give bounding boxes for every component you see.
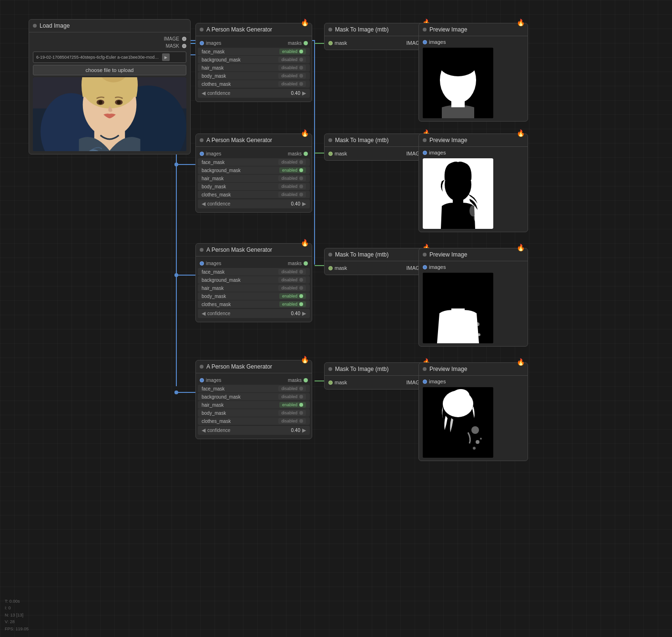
filename-row: 6-19-02-17085047255-40steps-6cfg-Euler a… bbox=[33, 51, 186, 63]
svg-point-22 bbox=[174, 390, 178, 394]
filename-text: 6-19-02-17085047255-40steps-6cfg-Euler a… bbox=[36, 55, 160, 60]
fire-icon-1: 🔥 bbox=[301, 19, 309, 26]
svg-point-53 bbox=[471, 426, 479, 434]
node-dot bbox=[328, 367, 332, 371]
hair-mask-toggle-3[interactable]: disabled bbox=[278, 285, 306, 291]
preview-3-header: Preview Image bbox=[419, 248, 528, 261]
preview-node-3: 🔥 Preview Image images bbox=[418, 248, 528, 347]
mask-input-port-3[interactable] bbox=[328, 266, 333, 270]
images-input-port-prev-1[interactable] bbox=[423, 40, 427, 44]
body-mask-toggle-1[interactable]: disabled bbox=[278, 73, 306, 79]
choose-file-button[interactable]: choose file to upload bbox=[33, 65, 186, 75]
node-dot bbox=[200, 365, 204, 369]
hair-mask-toggle-1[interactable]: disabled bbox=[278, 65, 306, 71]
preview-4-header: Preview Image bbox=[419, 363, 528, 376]
mask-output-label: MASK bbox=[166, 43, 179, 49]
clothes-mask-toggle-4[interactable]: disabled bbox=[278, 418, 306, 424]
face-mask-toggle-2[interactable]: disabled bbox=[278, 159, 306, 165]
node-dot bbox=[423, 253, 427, 257]
images-input-port-4[interactable] bbox=[200, 378, 204, 382]
status-n: N: 13 [13] bbox=[5, 612, 29, 618]
images-label-1: images bbox=[206, 41, 221, 46]
bg-mask-toggle-3[interactable]: disabled bbox=[278, 277, 306, 283]
status-v: V: 28 bbox=[5, 618, 29, 625]
face-mask-toggle-4[interactable]: disabled bbox=[278, 386, 306, 391]
fire-icon-prev-4: 🔥 bbox=[517, 358, 525, 366]
preview-image-area-2 bbox=[423, 158, 493, 229]
fire-icon-3: 🔥 bbox=[301, 239, 309, 247]
hair-mask-toggle-2[interactable]: disabled bbox=[278, 175, 306, 181]
fire-icon-2: 🔥 bbox=[301, 129, 309, 137]
node-dot bbox=[200, 28, 204, 31]
mask-output-port[interactable] bbox=[182, 44, 186, 48]
clothes-mask-toggle-2[interactable]: disabled bbox=[278, 192, 306, 197]
images-input-port-2[interactable] bbox=[200, 152, 204, 156]
play-button[interactable]: ▶ bbox=[162, 53, 170, 61]
masks-output-port-3[interactable] bbox=[304, 261, 308, 266]
fire-icon-prev-3: 🔥 bbox=[517, 244, 525, 251]
image-output-port[interactable] bbox=[182, 37, 186, 41]
mask-input-port-1[interactable] bbox=[328, 41, 333, 45]
fire-icon-prev-2: 🔥 bbox=[517, 129, 525, 137]
bg-mask-toggle-1[interactable]: disabled bbox=[278, 57, 306, 62]
preview-4-title: Preview Image bbox=[429, 366, 467, 372]
masks-label-2: masks bbox=[288, 151, 302, 156]
svg-point-43 bbox=[474, 214, 479, 222]
svg-point-34 bbox=[117, 101, 121, 104]
images-input-port-3[interactable] bbox=[200, 261, 204, 266]
mask-input-port-2[interactable] bbox=[328, 152, 333, 156]
fire-icon-prev-1: 🔥 bbox=[517, 19, 525, 26]
images-label-prev-1: images bbox=[429, 39, 446, 45]
svg-point-46 bbox=[470, 327, 476, 333]
images-label-4: images bbox=[206, 378, 221, 383]
node-dot bbox=[328, 138, 332, 142]
mti-2-header: Mask To Image (mtb) bbox=[325, 134, 433, 147]
body-mask-toggle-2[interactable]: disabled bbox=[278, 184, 306, 189]
hair-mask-toggle-4[interactable]: enabled bbox=[279, 402, 306, 408]
mask-gen-node-3: 🔥 A Person Mask Generator images masks f… bbox=[195, 243, 312, 322]
preview-2-title: Preview Image bbox=[429, 137, 467, 144]
preview-image-area-3 bbox=[423, 273, 493, 343]
mask-input-label-2: mask bbox=[335, 151, 347, 156]
masks-label-4: masks bbox=[288, 378, 302, 383]
node-dot bbox=[200, 248, 204, 252]
masks-output-port-4[interactable] bbox=[304, 378, 308, 382]
svg-point-49 bbox=[468, 335, 473, 339]
images-input-port-1[interactable] bbox=[200, 41, 204, 45]
mti-4-header: Mask To Image (mtb) bbox=[325, 363, 433, 376]
images-input-port-prev-2[interactable] bbox=[423, 151, 427, 155]
masks-output-port-2[interactable] bbox=[304, 152, 308, 156]
svg-point-47 bbox=[476, 322, 479, 326]
mask-input-port-4[interactable] bbox=[328, 380, 333, 385]
mti-4-title: Mask To Image (mtb) bbox=[335, 366, 388, 372]
body-mask-toggle-4[interactable]: disabled bbox=[278, 410, 306, 416]
images-input-port-prev-3[interactable] bbox=[423, 265, 427, 269]
clothes-mask-toggle-3[interactable]: enabled bbox=[279, 301, 306, 307]
mask-to-image-node-2: 🔥 Mask To Image (mtb) mask IMAGE bbox=[324, 134, 434, 161]
status-fps: FPS: 119.05 bbox=[5, 626, 29, 632]
clothes-mask-toggle-1[interactable]: disabled bbox=[278, 81, 306, 87]
body-mask-toggle-3[interactable]: enabled bbox=[279, 293, 306, 299]
node-status-dot bbox=[33, 24, 37, 28]
face-mask-toggle-3[interactable]: disabled bbox=[278, 269, 306, 275]
images-input-port-prev-4[interactable] bbox=[423, 380, 427, 384]
mti-3-title: Mask To Image (mtb) bbox=[335, 251, 388, 258]
node-dot bbox=[328, 28, 332, 31]
preview-node-4: 🔥 Preview Image images bbox=[418, 362, 528, 461]
image-preview bbox=[33, 77, 186, 151]
svg-point-56 bbox=[480, 438, 482, 440]
masks-label-1: masks bbox=[288, 41, 302, 46]
svg-point-33 bbox=[99, 101, 102, 104]
bg-mask-toggle-4[interactable]: disabled bbox=[278, 394, 306, 400]
masks-output-port-1[interactable] bbox=[304, 41, 308, 45]
mask-input-label-3: mask bbox=[335, 265, 347, 271]
mti-1-title: Mask To Image (mtb) bbox=[335, 26, 388, 33]
mask-gen-3-title: A Person Mask Generator bbox=[206, 247, 272, 253]
face-mask-toggle-1[interactable]: enabled bbox=[279, 49, 306, 54]
node-dot bbox=[423, 138, 427, 142]
status-time: T: 0.00s bbox=[5, 598, 29, 605]
image-output-label: IMAGE bbox=[164, 36, 179, 41]
preview-1-title: Preview Image bbox=[429, 26, 467, 33]
bg-mask-toggle-2[interactable]: enabled bbox=[279, 167, 306, 173]
preview-image-area-1 bbox=[423, 48, 493, 118]
